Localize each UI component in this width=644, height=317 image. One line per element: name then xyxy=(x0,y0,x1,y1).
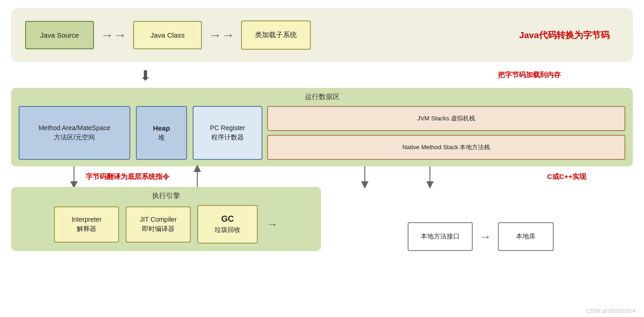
java-class-label: Java Class xyxy=(150,31,184,39)
native-area: 本地方法接口 → 本地库 xyxy=(329,187,633,251)
exec-section: 执行引擎 Interpreter 解释器 JIT Compiler 即时编译器 … xyxy=(11,187,321,251)
gc-line2: 垃圾回收 xyxy=(211,226,244,234)
native-interface-label: 本地方法接口 xyxy=(421,232,460,240)
native-library-box: 本地库 xyxy=(498,222,554,251)
interpreter-box: Interpreter 解释器 xyxy=(54,206,119,243)
pc-register-line1: PC Register xyxy=(201,124,254,132)
middle-inner: Method Area/MateSpace 方法区/元空间 Heap 堆 PC … xyxy=(19,106,625,160)
heap-line2: 堆 xyxy=(148,134,175,142)
mid-arrow-label: 把字节码加载到内存 xyxy=(498,71,561,79)
class-loader-box: 类加载子系统 xyxy=(241,20,311,50)
gc-box: GC 垃圾回收 xyxy=(197,205,258,244)
heap-box: Heap 堆 xyxy=(136,106,187,160)
java-class-box: Java Class xyxy=(133,21,202,49)
gc-to-native-arrow: → xyxy=(266,217,278,231)
method-area-line1: Method Area/MateSpace xyxy=(29,124,120,132)
pc-register-box: PC Register 程序计数器 xyxy=(193,106,262,160)
stacks-group: JVM Stacks 虚拟机栈 Native Method Stack 本地方法… xyxy=(267,106,625,160)
method-area-line2: 方法区/元空间 xyxy=(29,133,120,142)
jit-box: JIT Compiler 即时编译器 xyxy=(126,206,191,243)
jvm-stacks-box: JVM Stacks 虚拟机栈 xyxy=(267,106,625,131)
interpreter-line1: Interpreter xyxy=(65,216,108,223)
exec-title: 执行引擎 xyxy=(19,192,314,200)
interpreter-line2: 解释器 xyxy=(65,225,108,233)
arrow-2: → xyxy=(208,28,235,43)
class-loader-label: 类加载子系统 xyxy=(255,31,297,39)
native-interface-box: 本地方法接口 xyxy=(408,222,473,251)
watermark: CSDN @2629352674 xyxy=(586,307,636,314)
native-method-stack-box: Native Method Stack 本地方法栈 xyxy=(267,135,625,160)
connector-svg xyxy=(11,166,633,187)
watermark-text: CSDN @2629352674 xyxy=(586,308,636,314)
pc-stacks-group: PC Register 程序计数器 JVM Stacks 虚拟机栈 Native… xyxy=(193,106,625,160)
runtime-title: 运行数据区 xyxy=(19,92,625,101)
top-section: Java Source → Java Class → 类加载子系统 Java代码… xyxy=(11,8,633,62)
jvm-stacks-label: JVM Stacks 虚拟机栈 xyxy=(417,114,475,123)
exec-inner: Interpreter 解释器 JIT Compiler 即时编译器 GC 垃圾… xyxy=(19,205,314,244)
native-library-label: 本地库 xyxy=(516,232,536,240)
middle-section: 运行数据区 Method Area/MateSpace 方法区/元空间 Heap… xyxy=(11,88,633,166)
java-source-label: Java Source xyxy=(40,31,79,39)
native-boxes: 本地方法接口 → 本地库 xyxy=(329,222,633,251)
method-area-box: Method Area/MateSpace 方法区/元空间 xyxy=(19,106,130,160)
native-method-stack-label: Native Method Stack 本地方法栈 xyxy=(402,143,490,152)
connector-row: 字节码翻译为底层系统指令 C或C++实现 xyxy=(11,166,633,187)
heap-line1: Heap xyxy=(148,124,175,132)
native-arrow: → xyxy=(479,230,491,244)
bottom-row: 执行引擎 Interpreter 解释器 JIT Compiler 即时编译器 … xyxy=(11,187,633,251)
pc-register-line2: 程序计数器 xyxy=(201,133,254,142)
down-arrow-area: 把字节码加载到内存 ⬇ xyxy=(11,62,633,88)
top-section-label: Java代码转换为字节码 xyxy=(519,30,610,40)
gc-line1: GC xyxy=(211,214,244,224)
arrow-1: → xyxy=(101,28,127,43)
java-source-box: Java Source xyxy=(25,21,94,49)
diagram-container: Java Source → Java Class → 类加载子系统 Java代码… xyxy=(0,0,644,317)
jit-line1: JIT Compiler xyxy=(137,216,180,223)
jit-line2: 即时编译器 xyxy=(137,225,180,233)
